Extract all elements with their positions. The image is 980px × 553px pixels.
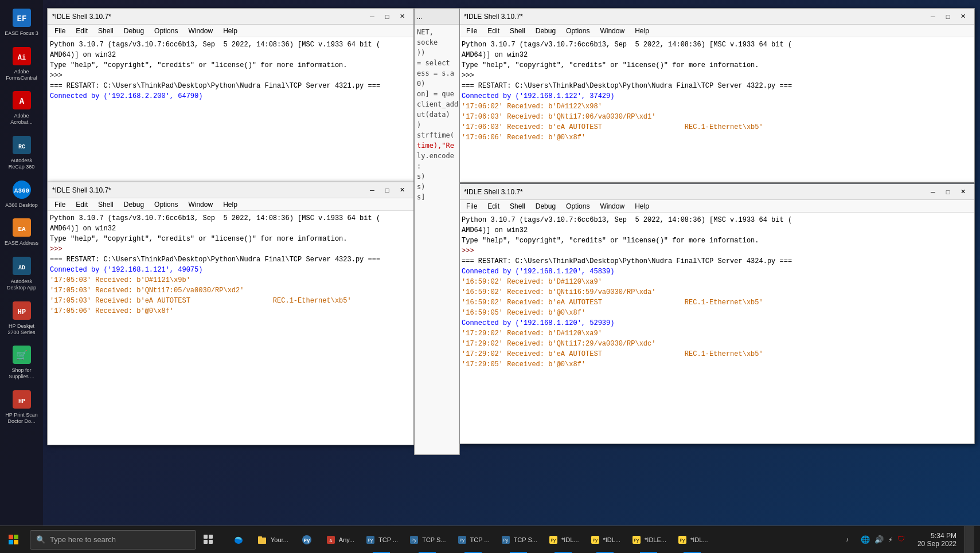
svg-text:EA: EA bbox=[18, 226, 26, 233]
minimize-btn-1[interactable]: ─ bbox=[365, 11, 379, 22]
any-icon: A bbox=[325, 534, 337, 546]
svg-text:Py: Py bbox=[459, 538, 464, 543]
menu-debug-2[interactable]: Debug bbox=[531, 26, 560, 36]
taskbar-tcp2[interactable]: Py TCP S... bbox=[404, 526, 450, 554]
menu-shell-3[interactable]: Shell bbox=[93, 199, 118, 210]
close-btn-2[interactable]: ✕ bbox=[956, 11, 970, 22]
menu-file-4[interactable]: File bbox=[462, 201, 482, 211]
menu-options-4[interactable]: Options bbox=[561, 201, 594, 211]
taskbar-idle2[interactable]: Py *IDL... bbox=[585, 526, 626, 554]
console-line: '17:06:03' Received: b'eA AUTOTEST REC.1… bbox=[462, 122, 972, 132]
sidebar-item-hp-print[interactable]: HP HP Print Scan Doctor Do... bbox=[2, 385, 41, 428]
taskbar-idle3[interactable]: Py *IDLE... bbox=[626, 526, 671, 554]
console-4: Python 3.10.7 (tags/v3.10.7:6cc6b13, Sep… bbox=[459, 213, 974, 444]
svg-text:Py: Py bbox=[368, 538, 373, 543]
menu-options-2[interactable]: Options bbox=[561, 26, 594, 36]
window-title-1: *IDLE Shell 3.10.7* bbox=[52, 13, 365, 21]
network-icon[interactable]: 🌐 bbox=[860, 534, 871, 546]
system-clock[interactable]: 5:34 PM 20 Sep 2022 bbox=[913, 532, 961, 548]
taskbar-idle1[interactable]: Py *IDL... bbox=[543, 526, 584, 554]
sidebar-item-adobe-acrobat[interactable]: A Adobe Acrobat... bbox=[2, 85, 41, 129]
shop-icon: 🛒 bbox=[10, 343, 33, 366]
console-line: Type "help", "copyright", "credits" or "… bbox=[462, 236, 972, 246]
close-btn-4[interactable]: ✕ bbox=[956, 187, 970, 197]
menu-edit-1[interactable]: Edit bbox=[71, 26, 92, 36]
sidebar-item-autodesk[interactable]: AD Autodesk Desktop App bbox=[2, 251, 41, 295]
editor-line: ess = s.a bbox=[417, 68, 457, 79]
menu-window-2[interactable]: Window bbox=[595, 26, 629, 36]
sidebar-item-ease-focus[interactable]: EF EASE Focus 3 bbox=[2, 3, 41, 40]
taskbar-tcp1[interactable]: Py TCP ... bbox=[360, 526, 403, 554]
show-desktop-button[interactable] bbox=[965, 526, 974, 554]
close-btn-3[interactable]: ✕ bbox=[395, 185, 409, 195]
menu-shell-2[interactable]: Shell bbox=[505, 26, 530, 36]
maximize-btn-4[interactable]: □ bbox=[941, 187, 955, 197]
menu-file-3[interactable]: File bbox=[50, 199, 70, 210]
menu-options-3[interactable]: Options bbox=[150, 199, 182, 210]
menu-help-4[interactable]: Help bbox=[630, 201, 654, 211]
console-line: '17:06:02' Received: b'D#1122\x98' bbox=[462, 101, 972, 112]
sidebar-item-adobe-forms[interactable]: Ai Adobe FormsCentral bbox=[2, 41, 41, 85]
titlebar-3[interactable]: *IDLE Shell 3.10.7* ─ □ ✕ bbox=[48, 182, 413, 198]
start-button[interactable] bbox=[0, 526, 28, 554]
svg-rect-23 bbox=[14, 540, 18, 544]
tray-overflow-button[interactable]: ∧ bbox=[839, 526, 853, 554]
search-icon: 🔍 bbox=[36, 535, 45, 544]
menu-help-1[interactable]: Help bbox=[218, 26, 242, 36]
sidebar-label-shop: Shop for Supplies ... bbox=[3, 367, 40, 380]
menu-help-2[interactable]: Help bbox=[630, 26, 654, 36]
maximize-btn-1[interactable]: □ bbox=[380, 11, 394, 22]
menu-shell-1[interactable]: Shell bbox=[93, 26, 118, 36]
sidebar-item-shop[interactable]: 🛒 Shop for Supplies ... bbox=[2, 340, 41, 383]
minimize-btn-2[interactable]: ─ bbox=[926, 11, 940, 22]
menu-window-4[interactable]: Window bbox=[595, 201, 629, 211]
volume-icon[interactable]: 🔊 bbox=[873, 534, 885, 546]
editor-line: NET, socke bbox=[417, 27, 457, 48]
chevron-up-icon: ∧ bbox=[846, 536, 848, 543]
menu-options-1[interactable]: Options bbox=[150, 26, 182, 36]
tcp2-icon: Py bbox=[408, 534, 420, 546]
console-line: '17:29:02' Received: b'QNti17:29/va0030/… bbox=[462, 339, 972, 349]
idle2-icon: Py bbox=[589, 534, 601, 546]
taskbar-edge[interactable] bbox=[226, 526, 251, 554]
sidebar-item-recap[interactable]: RC Autodesk ReCap 360 bbox=[2, 130, 41, 174]
menu-file-1[interactable]: File bbox=[50, 26, 70, 36]
sidebar-item-hp-deskjet[interactable]: HP HP Deskjet 2700 Series bbox=[2, 296, 41, 339]
taskbar-idle4[interactable]: Py *IDL... bbox=[672, 526, 713, 554]
taskbar-explorer[interactable]: Your... bbox=[252, 526, 293, 554]
menu-debug-1[interactable]: Debug bbox=[119, 26, 149, 36]
editor-line: ) bbox=[417, 120, 457, 130]
menu-edit-2[interactable]: Edit bbox=[483, 26, 504, 36]
menu-edit-4[interactable]: Edit bbox=[483, 201, 504, 211]
sidebar-item-a360[interactable]: A360 A360 Desktop bbox=[2, 175, 41, 212]
taskbar-search-box[interactable]: 🔍 Type here to search bbox=[30, 530, 196, 550]
menu-help-3[interactable]: Help bbox=[218, 199, 242, 210]
taskbar-python[interactable]: Py bbox=[294, 526, 319, 554]
sidebar-item-ease-address[interactable]: EA EASE Address bbox=[2, 213, 41, 250]
titlebar-2[interactable]: *IDLE Shell 3.10.7* ─ □ ✕ bbox=[459, 9, 974, 25]
editor-line: strftime( bbox=[417, 130, 457, 140]
menu-shell-4[interactable]: Shell bbox=[505, 201, 530, 211]
titlebar-4[interactable]: *IDLE Shell 3.10.7* ─ □ ✕ bbox=[459, 184, 974, 200]
minimize-btn-3[interactable]: ─ bbox=[365, 185, 379, 195]
menu-window-3[interactable]: Window bbox=[183, 199, 217, 210]
task-view-button[interactable] bbox=[196, 526, 221, 554]
console-line: '17:05:03' Received: b'D#1121\x9b' bbox=[50, 275, 411, 285]
console-prompt: >>> bbox=[462, 246, 972, 256]
taskbar-any-label: Any... bbox=[339, 536, 354, 543]
menu-file-2[interactable]: File bbox=[462, 26, 482, 36]
taskbar-tcp2-label: TCP S... bbox=[422, 536, 446, 543]
taskbar-tcp4[interactable]: Py TCP S... bbox=[495, 526, 542, 554]
taskbar-tcp3[interactable]: Py TCP ... bbox=[452, 526, 494, 554]
menu-debug-3[interactable]: Debug bbox=[119, 199, 149, 210]
maximize-btn-3[interactable]: □ bbox=[380, 185, 394, 195]
titlebar-1[interactable]: *IDLE Shell 3.10.7* ─ □ ✕ bbox=[48, 9, 413, 25]
menu-window-1[interactable]: Window bbox=[183, 26, 217, 36]
menu-debug-4[interactable]: Debug bbox=[531, 201, 560, 211]
console-prompt: >>> bbox=[50, 244, 411, 254]
taskbar-any[interactable]: A Any... bbox=[321, 526, 359, 554]
close-btn-1[interactable]: ✕ bbox=[395, 11, 409, 22]
minimize-btn-4[interactable]: ─ bbox=[926, 187, 940, 197]
maximize-btn-2[interactable]: □ bbox=[941, 11, 955, 22]
menu-edit-3[interactable]: Edit bbox=[71, 199, 92, 210]
